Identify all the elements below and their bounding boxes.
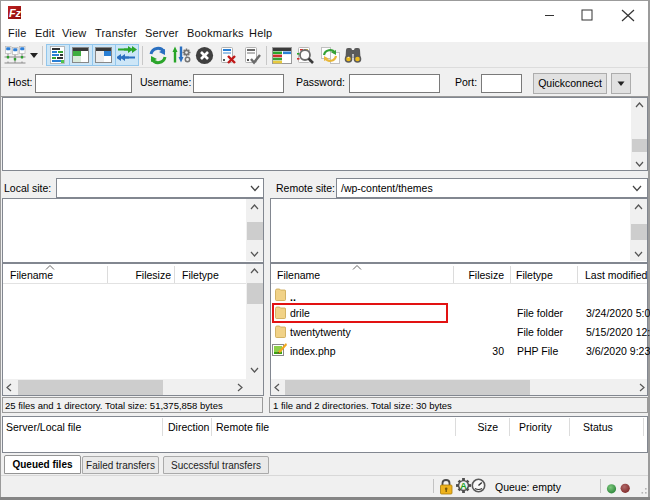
svg-text:Fz: Fz [9, 7, 21, 19]
svg-text:A: A [460, 481, 467, 491]
